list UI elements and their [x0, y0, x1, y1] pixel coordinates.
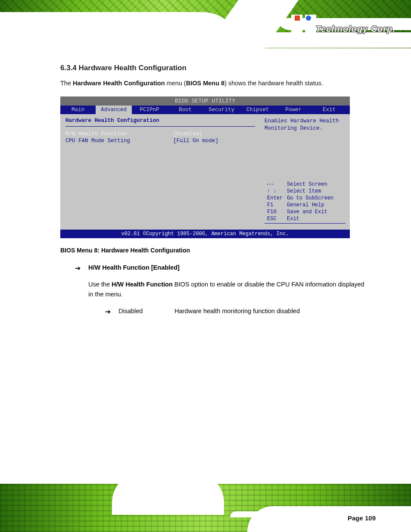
header-white-strip-lower	[118, 32, 411, 48]
bios-key-row: ESCExit	[265, 216, 335, 222]
bios-key-3: F1	[265, 202, 284, 208]
bios-menu-bar: Main Advanced PCIPnP Boot Security Chips…	[60, 106, 350, 114]
bios-menu-chipset[interactable]: Chipset	[240, 106, 276, 114]
footer-curve-2	[247, 506, 411, 532]
right-arrow-icon: ➔	[105, 308, 111, 316]
bios-left-panel: Hardware Health Configuration H/W Health…	[60, 114, 260, 230]
section-heading: 6.3.4 Hardware Health Configuration	[60, 64, 368, 72]
bios-menu-boot[interactable]: Boot	[167, 106, 203, 114]
bios-key-5-desc: Exit	[285, 216, 335, 222]
bios-key-row: ↑ ↓Select Item	[265, 188, 335, 194]
option-sub-list: ➔ Disabled Hardware health monitoring fu…	[105, 308, 368, 316]
logo-dot-red	[295, 16, 300, 21]
option-sub-name: Disabled	[118, 308, 174, 314]
brand-corp-text: Technology Corp.	[316, 24, 395, 34]
bios-item-2-value: [Full On mode]	[173, 138, 218, 144]
option-sub-row: ➔ Disabled Hardware health monitoring fu…	[105, 308, 368, 316]
bios-utility-title: BIOS SETUP UTILITY	[60, 96, 350, 106]
bios-menu-pcipnp[interactable]: PCIPnP	[132, 106, 167, 114]
intro-text-2: menu (	[165, 80, 186, 87]
bios-item-2[interactable]: CPU FAN Mode Setting [Full On mode]	[65, 138, 255, 144]
bios-menu-advanced[interactable]: Advanced	[96, 106, 132, 114]
bios-key-row: F10Save and Exit	[265, 209, 335, 215]
bios-key-2: Enter	[265, 195, 284, 201]
bios-screenshot: BIOS SETUP UTILITY Main Advanced PCIPnP …	[60, 96, 350, 238]
bios-key-row: ←→Select Screen	[265, 181, 335, 187]
bios-key-4: F10	[265, 209, 284, 215]
bios-key-row: F1General Help	[265, 202, 335, 208]
bios-right-divider	[265, 223, 346, 224]
bios-item-1-name: H/W Health Function	[65, 131, 173, 137]
footer-decoration	[0, 484, 411, 532]
bios-item-1-value: [Enabled]	[173, 131, 202, 137]
page-number: Page 109	[348, 514, 376, 522]
bios-key-1-desc: Select Item	[285, 188, 335, 194]
section-intro: The Hardware Health Configuration menu (…	[60, 78, 368, 88]
bios-key-row: EnterGo to SubScreen	[265, 195, 335, 201]
bios-body: Hardware Health Configuration H/W Health…	[60, 114, 350, 230]
right-arrow-icon: ➔	[75, 264, 81, 272]
bios-key-legend: ←→Select Screen ↑ ↓Select Item EnterGo t…	[265, 180, 346, 226]
bios-item-1[interactable]: H/W Health Function [Enabled]	[65, 131, 255, 137]
bios-right-panel: Enables Hardware Health Monitoring Devic…	[260, 114, 350, 230]
intro-text-1: The	[60, 80, 73, 87]
option-sub-desc: Hardware health monitoring function disa…	[174, 308, 300, 314]
bios-key-5: ESC	[265, 216, 284, 222]
logo-dots	[303, 16, 309, 22]
bios-item-2-name: CPU FAN Mode Setting	[65, 138, 173, 144]
bios-rule	[65, 126, 255, 127]
option-title: H/W Health Function [Enabled]	[88, 264, 368, 271]
bios-menu-main[interactable]: Main	[60, 106, 96, 114]
bios-hint-text: Enables Hardware Health Monitoring Devic…	[265, 118, 346, 132]
brand-logo	[291, 15, 318, 34]
bios-key-0-desc: Select Screen	[285, 181, 335, 187]
intro-text-3: ) shows the hardware health status.	[224, 80, 323, 87]
bios-key-4-desc: Save and Exit	[285, 209, 335, 215]
intro-ref: BIOS Menu 8	[186, 80, 224, 87]
figure-caption: BIOS Menu 8: Hardware Health Configurati…	[60, 247, 368, 254]
intro-bold: Hardware Health Configuration	[73, 80, 165, 87]
bios-key-2-desc: Go to SubScreen	[285, 195, 335, 201]
bios-menu-security[interactable]: Security	[203, 106, 240, 114]
up-down-arrow-icon: ↑ ↓	[265, 188, 284, 194]
bios-footer: v02.61 ©Copyright 1985-2006, American Me…	[60, 230, 350, 238]
logo-dot-blue	[306, 16, 311, 21]
option-block: ➔ H/W Health Function [Enabled] Use the …	[75, 264, 368, 316]
bios-menu-exit[interactable]: Exit	[311, 106, 347, 114]
left-right-arrow-icon: ←→	[265, 181, 284, 187]
bios-menu-power[interactable]: Power	[276, 106, 311, 114]
bios-panel-heading: Hardware Health Configuration	[65, 118, 255, 124]
option-description: Use the H/W Health Function BIOS option …	[88, 280, 368, 299]
bios-key-3-desc: General Help	[285, 202, 335, 208]
